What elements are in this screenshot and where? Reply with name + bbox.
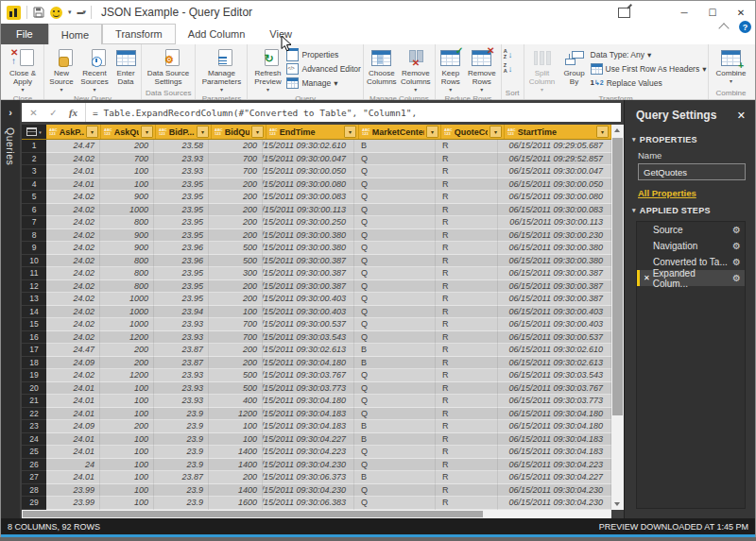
row-number[interactable]: 26 bbox=[22, 459, 46, 472]
column-filter-icon[interactable]: ▾ bbox=[141, 126, 153, 138]
enter-data-button[interactable]: Enter Data bbox=[112, 45, 139, 86]
cell[interactable]: 23.99 bbox=[46, 497, 100, 510]
cell[interactable]: 23.9 bbox=[154, 420, 209, 433]
close-and-apply-button[interactable]: ✕↑ Close & Apply▾ bbox=[4, 45, 42, 94]
cell[interactable]: B bbox=[354, 357, 436, 370]
cell[interactable]: 24.01 bbox=[46, 471, 100, 484]
cell[interactable]: 100 bbox=[100, 395, 154, 408]
cell[interactable]: 100 bbox=[209, 433, 263, 447]
cell[interactable]: 06/15/2011 09:30:00.380 bbox=[263, 229, 354, 243]
combine-button[interactable]: + Combine▾ bbox=[711, 45, 752, 86]
cell[interactable]: 24.02 bbox=[46, 331, 100, 345]
cell[interactable]: 24.02 bbox=[46, 216, 100, 229]
cell[interactable]: R bbox=[436, 293, 498, 306]
row-number[interactable]: 8 bbox=[22, 229, 46, 243]
cell[interactable]: 200 bbox=[100, 344, 154, 357]
cell[interactable]: 100 bbox=[100, 497, 154, 510]
cell[interactable]: R bbox=[436, 484, 498, 498]
cell[interactable]: R bbox=[436, 191, 498, 204]
cell[interactable]: Q bbox=[354, 484, 436, 498]
cell[interactable]: Q bbox=[354, 306, 436, 319]
column-header-endtime[interactable]: ABC123EndTime▾ bbox=[266, 125, 359, 139]
cell[interactable]: 24.02 bbox=[46, 293, 100, 306]
cell[interactable]: 23.87 bbox=[154, 471, 209, 484]
cell[interactable]: 23.95 bbox=[154, 280, 209, 294]
properties-section-header[interactable]: ▾PROPERTIES bbox=[625, 129, 755, 148]
cell[interactable]: 24.02 bbox=[46, 369, 100, 382]
cell[interactable]: 06/15/2011 09:30:03.773 bbox=[263, 382, 354, 396]
cell[interactable]: 23.93 bbox=[154, 153, 209, 166]
cell[interactable]: 24.01 bbox=[46, 433, 100, 447]
cell[interactable]: R bbox=[436, 344, 498, 357]
cell[interactable]: 06/15/2011 09:30:03.543 bbox=[263, 331, 354, 345]
cell[interactable]: 500 bbox=[209, 369, 263, 382]
cell[interactable]: Q bbox=[354, 280, 436, 294]
cell[interactable]: 06/15/2011 09:29:05.687 bbox=[498, 140, 611, 153]
cell[interactable]: 06/15/2011 09:30:04.183 bbox=[263, 408, 354, 421]
cell[interactable]: 24.02 bbox=[46, 153, 100, 166]
cell[interactable]: 200 bbox=[209, 216, 263, 229]
cell[interactable]: 700 bbox=[209, 318, 263, 331]
row-number[interactable]: 19 bbox=[22, 369, 46, 382]
row-number[interactable]: 17 bbox=[22, 344, 46, 357]
cell[interactable]: 06/15/2011 09:30:04.230 bbox=[498, 497, 611, 510]
cell[interactable]: B bbox=[354, 420, 436, 433]
cell[interactable]: Q bbox=[354, 255, 436, 268]
row-number[interactable]: 14 bbox=[22, 306, 46, 319]
quick-access-toolbar-dropdown-icon[interactable]: ▬▾ bbox=[77, 8, 86, 16]
cell[interactable]: 1400 bbox=[209, 484, 263, 498]
cell[interactable]: 06/15/2011 09:30:00.387 bbox=[498, 293, 611, 306]
column-header-marketcenter[interactable]: ABC123MarketCenter▾ bbox=[359, 125, 441, 139]
cell[interactable]: 06/15/2011 09:30:04.183 bbox=[498, 433, 611, 447]
feedback-smiley-icon[interactable] bbox=[50, 7, 62, 19]
cell[interactable]: 24.02 bbox=[46, 191, 100, 204]
cell[interactable]: 24.02 bbox=[46, 242, 100, 255]
smiley-dropdown-icon[interactable]: ▾ bbox=[68, 8, 72, 16]
cell[interactable]: Q bbox=[354, 229, 436, 243]
cell[interactable]: 200 bbox=[100, 420, 154, 433]
sort-descending-button[interactable]: ZA↓ bbox=[504, 62, 512, 75]
cell[interactable]: 100 bbox=[100, 165, 154, 178]
row-number[interactable]: 4 bbox=[22, 178, 46, 192]
cell[interactable]: Q bbox=[354, 191, 436, 204]
cell[interactable]: 23.9 bbox=[154, 459, 209, 472]
cell[interactable]: 200 bbox=[209, 140, 263, 153]
cell[interactable]: 1600 bbox=[209, 497, 263, 510]
row-number[interactable]: 13 bbox=[22, 293, 46, 306]
cell[interactable]: Q bbox=[354, 153, 436, 166]
cell[interactable]: 06/15/2011 09:30:03.773 bbox=[498, 395, 611, 408]
cell[interactable]: 23.93 bbox=[154, 369, 209, 382]
cell[interactable]: 100 bbox=[209, 420, 263, 433]
cell[interactable]: 24.01 bbox=[46, 395, 100, 408]
row-number[interactable]: 22 bbox=[22, 408, 46, 421]
cell[interactable]: 24.02 bbox=[46, 255, 100, 268]
cell[interactable]: 23.9 bbox=[154, 408, 209, 421]
cell[interactable]: 200 bbox=[209, 204, 263, 217]
applied-step-item[interactable]: ✕Expanded Colum...⚙ bbox=[637, 270, 745, 286]
tab-transform[interactable]: Transform bbox=[102, 24, 176, 44]
cell[interactable]: 06/15/2011 09:30:00.050 bbox=[498, 178, 611, 192]
cell[interactable]: 300 bbox=[209, 267, 263, 280]
cell[interactable]: 06/15/2011 09:30:02.613 bbox=[498, 357, 611, 370]
cell[interactable]: 23.87 bbox=[154, 344, 209, 357]
row-number[interactable]: 6 bbox=[22, 204, 46, 217]
cancel-formula-icon[interactable]: ✕ bbox=[24, 108, 43, 118]
cell[interactable]: 24.01 bbox=[46, 178, 100, 192]
cell[interactable]: R bbox=[436, 242, 498, 255]
commit-formula-icon[interactable]: ✓ bbox=[43, 108, 63, 118]
row-number[interactable]: 12 bbox=[22, 280, 46, 294]
cell[interactable]: Q bbox=[354, 318, 436, 331]
cell[interactable]: 06/15/2011 09:30:00.387 bbox=[498, 280, 611, 294]
cell[interactable]: 500 bbox=[209, 382, 263, 396]
cell[interactable]: 24.02 bbox=[46, 229, 100, 243]
tab-file[interactable]: File bbox=[1, 24, 48, 44]
cell[interactable]: R bbox=[436, 395, 498, 408]
column-header-askqua[interactable]: ABC123AskQua...▾ bbox=[101, 125, 156, 139]
cell[interactable]: 23.96 bbox=[154, 242, 209, 255]
cell[interactable]: 100 bbox=[100, 408, 154, 421]
sort-ascending-button[interactable]: AZ↓ bbox=[504, 48, 512, 60]
cell[interactable]: 06/15/2011 09:30:04.230 bbox=[263, 459, 354, 472]
cell[interactable]: 06/15/2011 09:30:04.223 bbox=[498, 459, 611, 472]
cell[interactable]: R bbox=[436, 420, 498, 433]
cell[interactable]: 24.02 bbox=[46, 318, 100, 331]
